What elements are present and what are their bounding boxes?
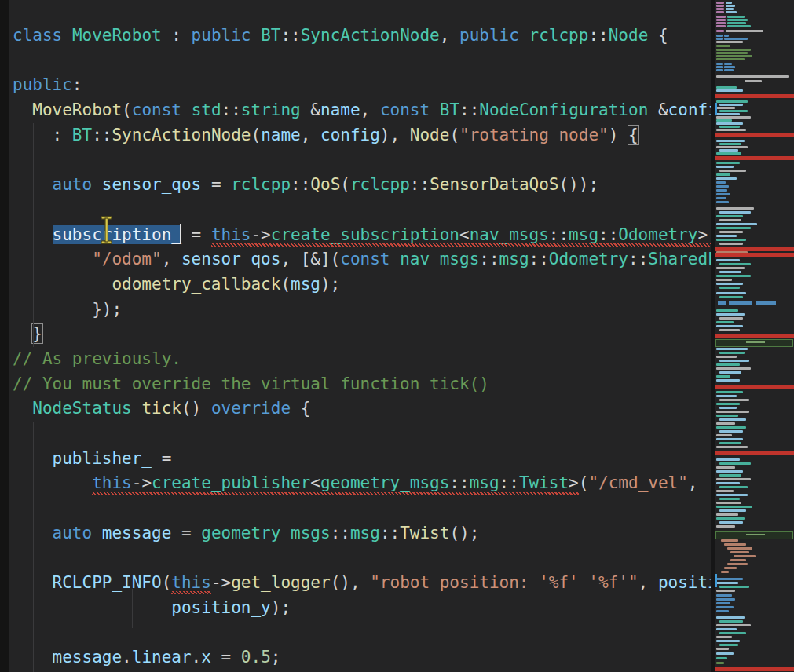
code-editor[interactable]: class MoveRobot : public BT::SyncActionN…: [0, 0, 713, 672]
code-line: auto sensor_qos = rclcpp::QoS(rclcpp::Se…: [0, 173, 713, 198]
minimap-code-row: [716, 113, 740, 115]
minimap-code-row: [716, 166, 734, 168]
minimap-code-row: [726, 8, 734, 10]
minimap-code-row: [716, 86, 737, 89]
error-squiggle: [211, 243, 713, 247]
selection-highlight: subscription_: [53, 225, 181, 244]
minimap-code-row: [716, 640, 740, 642]
minimap-code-row: [724, 63, 732, 65]
minimap-code-row: [719, 110, 748, 112]
minimap-error-line: [715, 334, 794, 338]
minimap-code-row: [716, 502, 741, 504]
minimap-code-row: [721, 539, 738, 542]
minimap-code-row: [716, 624, 751, 626]
minimap-code-row: [716, 201, 729, 203]
minimap-code-row: [716, 185, 729, 188]
minimap-error-line: [715, 247, 794, 251]
minimap-code-row: [716, 25, 726, 27]
minimap-code-row: [716, 173, 730, 176]
code-line: // You must override the virtual functio…: [0, 372, 713, 397]
minimap-code-row: [716, 391, 743, 393]
minimap-code-row: [719, 170, 746, 172]
minimap-code-row: [724, 35, 729, 37]
code-line: public:: [0, 73, 713, 98]
minimap-code-row: [716, 395, 737, 397]
minimap-highlight-label: [746, 341, 765, 343]
minimap-code-row: [727, 547, 752, 550]
code-line: publisher_ =: [0, 447, 713, 472]
minimap-code-row: [716, 490, 734, 492]
minimap-code-row: [716, 8, 724, 10]
overview-ruler-marker: [715, 574, 717, 587]
minimap-code-row: [730, 559, 746, 561]
minimap-highlight-box: [715, 339, 793, 347]
minimap-error-line: [715, 253, 794, 257]
minimap-code-row: [727, 19, 748, 21]
code-line: [0, 546, 713, 571]
minimap-code-row: [716, 75, 789, 78]
code-line: odometry_callback(msg);: [0, 272, 713, 298]
minimap-code-row: [716, 140, 745, 142]
minimap-code-row: [716, 458, 740, 461]
minimap-code-row: [719, 586, 749, 588]
minimap-code-row: [716, 292, 746, 294]
minimap-code-row: [734, 555, 756, 557]
minimap-code-row: [716, 590, 735, 592]
minimap-code-row: [716, 116, 751, 119]
minimap-code-row: [726, 30, 763, 32]
minimap-code-row: [719, 498, 740, 500]
minimap-code-row: [716, 63, 723, 65]
minimap-code-row: [716, 55, 752, 57]
indent-guide: [93, 272, 93, 320]
minimap-code-row: [719, 231, 743, 233]
minimap-code-row: [716, 582, 738, 584]
minimap-code-row: [716, 403, 740, 405]
minimap-code-row: [716, 313, 745, 316]
minimap-code-row: [716, 177, 737, 180]
minimap-code-row: [716, 2, 724, 4]
minimap-code-row: [716, 69, 723, 71]
code-line: RCLCPP_INFO(this->get_logger(), "robot p…: [0, 571, 713, 596]
minimap-error-line: [715, 156, 794, 160]
minimap-code-row: [716, 267, 745, 269]
code-line: MoveRobot(const std::string &name, const…: [0, 98, 713, 123]
minimap-code-row: [716, 648, 729, 650]
minimap-code-row: [716, 227, 751, 229]
text-cursor-icon: [100, 215, 114, 245]
minimap-code-row: [716, 100, 748, 103]
minimap-code-row: [716, 193, 730, 195]
minimap-code-row: [716, 363, 740, 366]
minimap-code-row: [719, 263, 751, 265]
code-line: : BT::SyncActionNode(name, config), Node…: [0, 123, 713, 148]
minimap-code-row: [716, 35, 723, 37]
minimap-code-row: [719, 126, 740, 128]
minimap-code-row: [716, 598, 735, 601]
minimap-code-row: [721, 571, 729, 573]
indent-guide: [53, 589, 53, 634]
minimap[interactable]: [715, 0, 794, 672]
minimap-code-row: [719, 219, 741, 221]
minimap-code-row: [716, 356, 737, 358]
indent-guide: [33, 123, 34, 347]
minimap-code-row: [716, 513, 738, 516]
minimap-code-row: [719, 149, 738, 152]
minimap-code-row: [716, 181, 726, 184]
minimap-code-row: [716, 628, 737, 630]
minimap-code-row: [716, 58, 745, 60]
minimap-code-row: [719, 371, 741, 374]
minimap-code-row: [716, 259, 740, 261]
minimap-code-row: [719, 486, 748, 488]
minimap-code-row: [719, 644, 738, 646]
minimap-code-row: [745, 80, 762, 82]
minimap-code-row: [716, 606, 734, 608]
minimap-code-row: [716, 89, 743, 92]
minimap-code-row: [716, 49, 751, 51]
minimap-code-row: [716, 494, 748, 496]
minimap-code-row: [719, 317, 743, 320]
minimap-code-row: [719, 399, 749, 401]
indent-guide: [93, 589, 93, 615]
minimap-code-row: [719, 632, 746, 634]
minimap-code-row: [716, 283, 743, 285]
minimap-code-row: [716, 152, 741, 155]
minimap-code-row: [726, 5, 735, 7]
